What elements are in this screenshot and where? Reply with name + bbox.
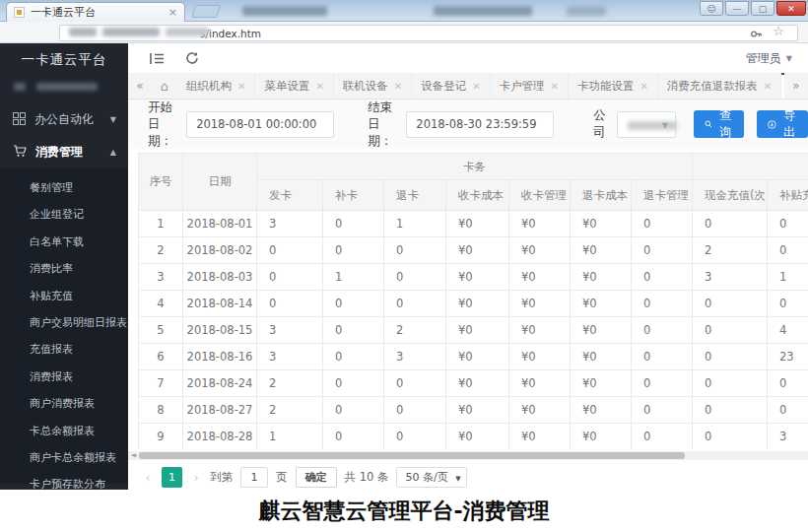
table-row: 7 2018-08-24 2 0 0 ¥0 ¥0 ¥0 0 0 0 (139, 370, 808, 397)
sidebar-submenu-item[interactable]: 充值报表 (0, 336, 128, 363)
cell: 0 (693, 211, 768, 237)
cell: 1 (768, 264, 808, 291)
workspace-tab[interactable]: 联机设备 ✕ (334, 73, 412, 99)
cell-no: 4 (139, 291, 183, 317)
tab-close-icon[interactable]: ✕ (315, 81, 323, 92)
workspace-tab-label: 卡功能设置 (577, 79, 635, 94)
scroll-left-arrow-icon[interactable]: ◄ (129, 451, 138, 460)
browser-tab-redacted[interactable] (567, 6, 606, 16)
cell: 3 (384, 344, 446, 370)
cell-date: 2018-08-15 (183, 317, 257, 344)
new-tab-button[interactable] (191, 5, 221, 18)
cell: ¥0 (446, 317, 509, 344)
tabs-scroll-right-icon[interactable]: » (784, 73, 808, 99)
end-date-input[interactable] (406, 111, 554, 138)
browser-tab-active[interactable]: 一卡通云平台 × (6, 2, 185, 22)
browser-tab-redacted[interactable] (242, 6, 327, 16)
tab-close-icon[interactable]: ✕ (764, 81, 772, 92)
cell: 0 (632, 344, 693, 370)
start-date-input[interactable] (186, 111, 334, 138)
prev-page-icon[interactable]: ‹ (142, 470, 154, 485)
sidebar-item-label: 消费管理 (35, 144, 83, 161)
sidebar-submenu-item[interactable]: 白名单下载 (0, 229, 128, 255)
cell: 2 (384, 317, 446, 344)
workspace-tab[interactable]: 卡户管理 ✕ (491, 73, 569, 99)
col-header-no: 序号 (139, 154, 183, 211)
sidebar-submenu-item[interactable]: 商户交易明细日报表 (0, 309, 128, 336)
chevron-down-icon: ▼ (455, 475, 460, 483)
sidebar-submenu-item[interactable]: 商户卡总余额报表 (0, 444, 128, 471)
home-icon[interactable]: ⌂ (152, 73, 177, 99)
goto-prefix-label: 到第 (210, 470, 233, 485)
tab-close-icon[interactable]: ✕ (640, 81, 647, 92)
current-page-button[interactable]: 1 (162, 467, 182, 488)
sidebar-item-label: 办公自动化 (34, 111, 94, 128)
minimize-button[interactable]: — (725, 1, 749, 16)
workspace-tab-label: 联机设备 (343, 79, 388, 94)
cell: ¥0 (446, 344, 509, 370)
company-select[interactable]: ▼ (617, 111, 676, 138)
cell: 0 (768, 211, 808, 237)
sidebar-item-redacted[interactable] (0, 78, 128, 98)
cell-no: 9 (139, 424, 183, 450)
refresh-icon[interactable] (185, 50, 199, 69)
goto-page-input[interactable] (240, 467, 268, 488)
sidebar-item-office-automation[interactable]: 办公自动化 ▼ (0, 103, 128, 136)
workspace-tab[interactable]: 消费充值退款报表 ✕ (658, 73, 781, 99)
sidebar-submenu-item[interactable]: 卡户预存款分布 (0, 471, 128, 490)
cell: 3 (257, 211, 323, 237)
tab-close-icon[interactable]: ✕ (551, 81, 559, 92)
tab-close-icon[interactable]: ✕ (394, 81, 402, 92)
sidebar-submenu-item[interactable]: 补贴充值 (0, 283, 128, 309)
sidebar-submenu-item[interactable]: 餐别管理 (0, 174, 128, 201)
cell: 0 (323, 397, 384, 424)
sidebar-submenu-item[interactable]: 企业组登记 (0, 201, 128, 228)
collapse-sidebar-icon[interactable] (150, 50, 165, 69)
page-size-select[interactable]: 50 条/页 ▼ (396, 467, 466, 488)
workspace-tab[interactable]: 组织机构 ✕ (177, 73, 255, 99)
workspace-tab[interactable]: 设备登记 ✕ (412, 73, 490, 99)
horizontal-scrollbar[interactable]: ◄ (128, 451, 808, 460)
tabs-scroll-left-icon[interactable]: « (128, 73, 152, 99)
key-icon[interactable] (750, 26, 763, 44)
cell-date: 2018-08-03 (183, 264, 257, 291)
cell: ¥0 (509, 370, 571, 397)
cell: 4 (768, 317, 808, 344)
user-menu[interactable]: 管理员 ▼ (746, 50, 792, 67)
scrollbar-thumb[interactable] (139, 452, 685, 459)
url-redacted (166, 28, 209, 36)
confirm-page-button[interactable]: 确定 (296, 467, 337, 488)
sidebar-submenu-item[interactable]: 商户消费报表 (0, 390, 128, 417)
cell-date: 2018-08-28 (183, 424, 257, 450)
browser-tab-redacted[interactable] (434, 6, 532, 16)
tab-close-icon[interactable]: ✕ (237, 81, 245, 92)
cell: 2 (693, 237, 768, 264)
tab-close-icon[interactable]: ✕ (472, 81, 480, 92)
sidebar-submenu-item[interactable]: 卡总余额报表 (0, 418, 128, 444)
cell: 0 (384, 424, 446, 450)
maximize-button[interactable]: ▢ (751, 1, 774, 16)
bookmark-star-icon[interactable]: ☆ (773, 24, 784, 38)
table-row: 3 2018-08-03 0 1 0 ¥0 ¥0 ¥0 0 3 1 (139, 264, 808, 291)
filter-bar: 开始日期： 结束日期： 公司 ▼ 查询 导出 (128, 100, 808, 149)
profile-icon[interactable]: ☺ (700, 1, 723, 16)
total-records-label: 共 10 条 (345, 470, 389, 485)
cell: ¥0 (509, 317, 571, 344)
chevron-down-icon: ▼ (662, 121, 668, 130)
query-button[interactable]: 查询 (694, 110, 744, 138)
close-button[interactable]: ✕ (776, 1, 806, 16)
cell: ¥0 (446, 291, 509, 317)
cell-date: 2018-08-16 (183, 344, 257, 370)
main-content: 管理员 ▼ « ⌂ 组织机构 ✕ 菜单设置 ✕ (128, 43, 808, 490)
sidebar-item-consume-management[interactable]: 消费管理 ▲ (0, 136, 128, 168)
cell: ¥0 (446, 370, 509, 397)
cell: 0 (257, 264, 323, 291)
sidebar-submenu-item[interactable]: 消费比率 (0, 255, 128, 282)
sidebar-submenu-item[interactable]: 消费报表 (0, 364, 128, 390)
cell: 0 (768, 291, 808, 317)
workspace-tab[interactable]: 菜单设置 ✕ (255, 73, 333, 99)
workspace-tab[interactable]: 卡功能设置 ✕ (569, 73, 658, 99)
next-page-icon[interactable]: › (190, 470, 202, 485)
export-button[interactable]: 导出 (757, 110, 808, 138)
browser-tab-close-icon[interactable]: × (168, 7, 177, 18)
